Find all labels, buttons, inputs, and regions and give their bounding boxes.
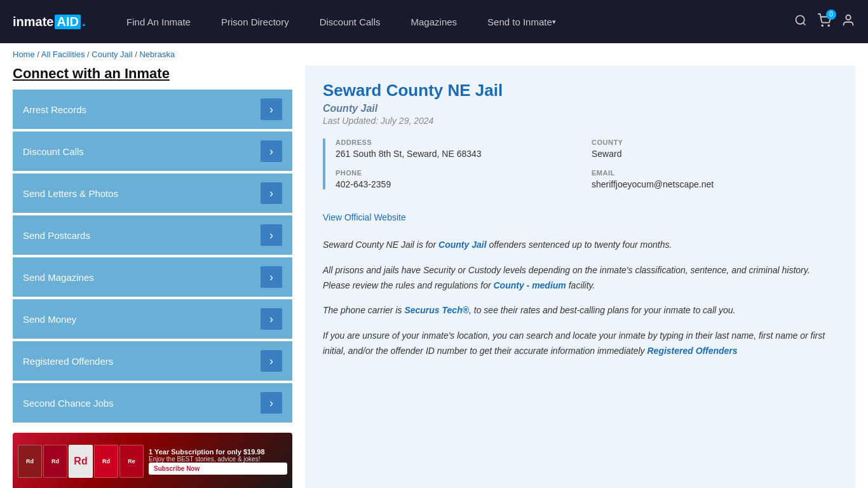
ad-main-text: 1 Year Subscription for only $19.98	[149, 448, 287, 456]
sidebar-item-send-money[interactable]: Send Money ›	[13, 299, 292, 339]
sidebar-item-label: Discount Calls	[23, 146, 84, 157]
county-medium-link[interactable]: County - medium	[493, 280, 566, 290]
address-block: ADDRESS 261 South 8th St, Seward, NE 683…	[336, 139, 581, 159]
logo-aid-text: AID	[55, 15, 80, 29]
mag-rd: Rd	[69, 445, 93, 478]
svg-point-4	[846, 15, 850, 19]
subscribe-button[interactable]: Subscribe Now	[149, 463, 287, 475]
arrow-icon: ›	[261, 98, 282, 120]
phone-label: PHONE	[336, 169, 581, 177]
email-value: sheriffjoeyocum@netscape.net	[592, 179, 837, 189]
sidebar-title: Connect with an Inmate	[13, 65, 292, 82]
ad-banner[interactable]: Rd Rd Rd Rd Re 1 Year Subscription for o…	[13, 433, 292, 488]
nav-links: Find An Inmate Prison Directory Discount…	[111, 0, 794, 43]
sidebar-item-label: Send Money	[23, 314, 76, 325]
address-label: ADDRESS	[336, 139, 581, 146]
sidebar-item-send-letters[interactable]: Send Letters & Photos ›	[13, 173, 292, 213]
nav-send-to-inmate[interactable]: Send to Inmate	[472, 0, 571, 43]
breadcrumb-county-jail[interactable]: County Jail	[92, 50, 132, 59]
facility-type: County Jail	[323, 103, 837, 114]
phone-value: 402-643-2359	[336, 179, 581, 189]
sidebar-menu: Arrest Records › Discount Calls › Send L…	[13, 90, 292, 423]
mag-5: Re	[119, 445, 144, 478]
breadcrumb-state[interactable]: Nebraska	[139, 50, 175, 59]
svg-point-3	[828, 25, 829, 26]
registered-offenders-link[interactable]: Registered Offenders	[647, 346, 737, 356]
sidebar-item-label: Registered Offenders	[23, 356, 113, 367]
breadcrumb-home[interactable]: Home	[13, 50, 35, 59]
cart-badge: 0	[826, 10, 836, 20]
sidebar-item-discount-calls[interactable]: Discount Calls ›	[13, 132, 292, 171]
sidebar-item-arrest-records[interactable]: Arrest Records ›	[13, 90, 292, 129]
ad-content: Rd Rd Rd Rd Re 1 Year Subscription for o…	[13, 433, 292, 488]
cart-icon[interactable]: 0	[817, 13, 831, 30]
desc-para-2: All prisons and jails have Security or C…	[323, 263, 837, 294]
svg-point-0	[796, 15, 804, 24]
user-icon[interactable]	[841, 13, 855, 30]
breadcrumb-all-facilities[interactable]: All Facilities	[41, 50, 85, 59]
nav-prison-directory[interactable]: Prison Directory	[206, 0, 304, 43]
sidebar-item-second-chance[interactable]: Second Chance Jobs ›	[13, 383, 292, 423]
county-value: Seward	[592, 149, 837, 159]
arrow-icon: ›	[261, 140, 282, 162]
arrow-icon: ›	[261, 392, 282, 414]
breadcrumb: Home / All Facilities / County Jail / Ne…	[0, 43, 868, 65]
county-block: COUNTY Seward	[592, 139, 837, 159]
nav-discount-calls[interactable]: Discount Calls	[304, 0, 396, 43]
arrow-icon: ›	[261, 182, 282, 204]
desc-para-1: Seward County NE Jail is for County Jail…	[323, 238, 837, 253]
securus-link[interactable]: Securus Tech®	[404, 305, 469, 315]
site-logo[interactable]: inmate AID .	[13, 13, 86, 30]
logo-inmate-text: inmate	[13, 15, 53, 29]
county-label: COUNTY	[592, 139, 837, 146]
ad-text: 1 Year Subscription for only $19.98 Enjo…	[149, 448, 287, 475]
facility-content: Seward County NE Jail County Jail Last U…	[305, 65, 855, 488]
mag-1: Rd	[18, 445, 42, 478]
logo-dot: .	[82, 13, 86, 30]
arrow-icon: ›	[261, 350, 282, 372]
website-link[interactable]: View Official Website	[323, 212, 406, 222]
county-jail-link[interactable]: County Jail	[438, 240, 486, 250]
mag-4: Rd	[94, 445, 118, 478]
sidebar-item-label: Send Magazines	[23, 272, 94, 283]
nav-find-inmate[interactable]: Find An Inmate	[111, 0, 206, 43]
nav-icons: 0	[794, 13, 855, 30]
desc-para-4: If you are unsure of your inmate's locat…	[323, 329, 837, 359]
mag-2: Rd	[43, 445, 67, 478]
arrow-icon: ›	[261, 224, 282, 246]
email-block: EMAIL sheriffjoeyocum@netscape.net	[592, 169, 837, 189]
phone-block: PHONE 402-643-2359	[336, 169, 581, 189]
sidebar-item-label: Send Postcards	[23, 230, 90, 241]
sidebar-item-label: Send Letters & Photos	[23, 188, 118, 199]
magazine-stack: Rd Rd Rd Rd Re	[18, 445, 144, 478]
sidebar-item-label: Arrest Records	[23, 104, 86, 115]
address-value: 261 South 8th St, Seward, NE 68343	[336, 149, 581, 159]
search-icon[interactable]	[794, 14, 807, 30]
svg-point-2	[822, 25, 823, 26]
facility-title: Seward County NE Jail	[323, 81, 837, 100]
arrow-icon: ›	[261, 266, 282, 288]
sidebar: Connect with an Inmate Arrest Records › …	[13, 65, 292, 488]
main-layout: Connect with an Inmate Arrest Records › …	[0, 65, 868, 488]
arrow-icon: ›	[261, 308, 282, 330]
svg-line-1	[803, 22, 806, 25]
facility-description: Seward County NE Jail is for County Jail…	[323, 238, 837, 359]
email-label: EMAIL	[592, 169, 837, 177]
facility-updated: Last Updated: July 29, 2024	[323, 116, 837, 126]
sidebar-item-send-magazines[interactable]: Send Magazines ›	[13, 257, 292, 297]
sidebar-item-registered-offenders[interactable]: Registered Offenders ›	[13, 341, 292, 381]
desc-para-3: The phone carrier is Securus Tech®, to s…	[323, 303, 837, 318]
nav-magazines[interactable]: Magazines	[396, 0, 473, 43]
sidebar-item-send-postcards[interactable]: Send Postcards ›	[13, 215, 292, 255]
sidebar-item-label: Second Chance Jobs	[23, 398, 114, 409]
info-grid: ADDRESS 261 South 8th St, Seward, NE 683…	[323, 139, 837, 189]
ad-sub-text: Enjoy the BEST stories, advice & jokes!	[149, 456, 287, 463]
